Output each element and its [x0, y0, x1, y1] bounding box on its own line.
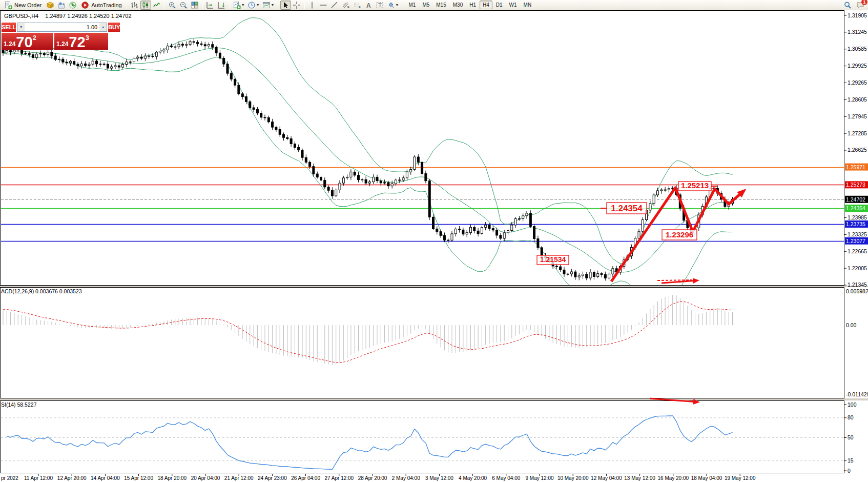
dropdown-caret: ▼ [396, 3, 399, 7]
svg-text:1.23985: 1.23985 [848, 214, 867, 220]
search-icon [843, 1, 852, 9]
zoom-in-button[interactable] [167, 1, 178, 10]
svg-text:1.25213: 1.25213 [681, 181, 709, 190]
volume-up-button[interactable]: ▲ [99, 23, 107, 31]
separator [229, 1, 230, 9]
mt4-window: { "toolbar": { "new_order_label": "New O… [0, 0, 868, 482]
price-annotation: 1.24354 [601, 203, 647, 214]
new-order-button[interactable]: New Order [2, 1, 44, 10]
svg-text:27 Apr 12:00: 27 Apr 12:00 [324, 475, 354, 481]
tf-h4[interactable]: H4 [480, 1, 492, 9]
auto-scroll-button[interactable] [216, 1, 227, 10]
chart-header: GBPUSD-,H4 1.24897 1.24926 1.24520 1.247… [4, 13, 132, 19]
new-chart-icon [233, 1, 241, 9]
line-chart-button[interactable] [152, 1, 162, 10]
tile-windows-button[interactable] [190, 1, 200, 10]
cursor-tool-button[interactable] [280, 1, 291, 10]
new-order-label: New Order [14, 2, 42, 8]
trendline-tool[interactable] [329, 1, 340, 10]
crosshair-tool-button[interactable] [292, 1, 302, 10]
sell-price-prefix: 1.24 [4, 41, 15, 48]
svg-text:24 Apr 23:00: 24 Apr 23:00 [258, 475, 287, 481]
auto-scroll-icon [217, 1, 225, 9]
new-chart-button[interactable]: ▼ [232, 1, 246, 10]
zoom-out-button[interactable] [178, 1, 189, 10]
tf-h1[interactable]: H1 [466, 1, 479, 9]
buy-button[interactable]: BUY [108, 23, 120, 32]
text-label-icon: T [376, 1, 384, 9]
chart-canvas[interactable]: 1.319051.312451.305851.299251.292651.286… [0, 0, 868, 482]
fibonacci-fan-tool[interactable]: F [352, 1, 363, 10]
svg-text:0: 0 [848, 468, 851, 474]
buy-price-display[interactable]: 1.24 72 3 [54, 33, 108, 50]
horizontal-line-tool[interactable] [318, 1, 329, 10]
volume-down-button[interactable]: ▼ [17, 23, 25, 31]
bar-chart-icon [130, 1, 138, 9]
macd-label: ACD(12,26,9) 0.003676 0.003523 [1, 288, 82, 294]
horizontal-line-icon [319, 1, 327, 9]
candlestick-chart-button[interactable] [140, 1, 151, 10]
bar-chart-button[interactable] [129, 1, 140, 10]
separator [278, 1, 278, 9]
profiles-button[interactable]: ▼ [246, 1, 261, 10]
tf-mn[interactable]: MN [521, 1, 535, 9]
notifications-button[interactable]: 1 [855, 1, 865, 10]
toolbar: New Order AutoTrading [0, 0, 868, 10]
tf-m15[interactable]: M15 [433, 1, 449, 9]
market-watch-button[interactable] [45, 1, 55, 10]
tf-m30[interactable]: M30 [450, 1, 466, 9]
svg-text:1.31905: 1.31905 [848, 12, 867, 18]
tf-d1[interactable]: D1 [493, 1, 506, 9]
sell-button[interactable]: SELL [2, 23, 16, 32]
zoom-in-icon [168, 1, 176, 9]
templates-button[interactable]: ▼ [261, 1, 276, 10]
svg-text:1.21534: 1.21534 [540, 255, 566, 264]
text-tool[interactable]: A [363, 1, 374, 10]
sell-price-display[interactable]: 1.24 70 2 [2, 33, 53, 50]
svg-text:1.23735: 1.23735 [846, 221, 865, 227]
shapes-tool[interactable]: ▼ [386, 1, 400, 10]
svg-text:1.27285: 1.27285 [848, 130, 867, 136]
publish-button[interactable] [56, 1, 67, 10]
tile-windows-icon [191, 1, 199, 9]
chart-shift-icon [206, 1, 214, 9]
svg-text:1.31245: 1.31245 [848, 29, 867, 35]
separator [402, 1, 402, 9]
fibonacci-fan-icon: F [353, 1, 361, 9]
volume-input[interactable] [25, 23, 99, 31]
dropdown-caret: ▼ [241, 3, 245, 7]
separator [304, 1, 305, 9]
dropdown-caret: ▼ [271, 3, 275, 7]
svg-text:A: A [366, 2, 371, 9]
autotrading-button[interactable]: AutoTrading [78, 1, 125, 10]
tf-w1[interactable]: W1 [506, 1, 520, 9]
tf-m5[interactable]: M5 [419, 1, 432, 9]
svg-text:100: 100 [848, 401, 857, 408]
cursor-icon [281, 1, 290, 9]
signals-button[interactable] [67, 1, 78, 10]
text-label-tool[interactable]: T [375, 1, 385, 10]
separator [127, 1, 127, 9]
crosshair-icon [293, 1, 301, 9]
template-chart-icon [262, 1, 271, 9]
svg-text:26 Apr 04:00: 26 Apr 04:00 [291, 475, 320, 481]
text-a-icon: A [364, 1, 373, 9]
svg-text:1.25273: 1.25273 [846, 182, 865, 188]
buy-price-big: 72 [69, 35, 85, 49]
fibonacci-tool[interactable]: E [341, 1, 352, 10]
svg-text:15: 15 [848, 457, 854, 464]
svg-text:1.29925: 1.29925 [848, 63, 867, 69]
tf-m1[interactable]: M1 [405, 1, 419, 9]
svg-text:12 Apr 20:00: 12 Apr 20:00 [57, 475, 87, 481]
svg-text:1.23296: 1.23296 [666, 230, 693, 239]
search-button[interactable] [842, 1, 853, 10]
chart-shift-button[interactable] [205, 1, 216, 10]
toolbar-right: 1 [842, 1, 866, 10]
svg-text:1.26625: 1.26625 [848, 147, 867, 153]
svg-text:-0.011429: -0.011429 [846, 391, 868, 397]
svg-text:1.22005: 1.22005 [848, 265, 867, 271]
time-axis[interactable]: pr 202211 Apr 12:0012 Apr 20:0014 Apr 04… [1, 474, 756, 481]
signal-icon [69, 1, 77, 9]
vertical-line-tool[interactable] [307, 1, 318, 10]
price-axis[interactable]: 1.319051.312451.305851.299251.292651.286… [844, 12, 868, 474]
